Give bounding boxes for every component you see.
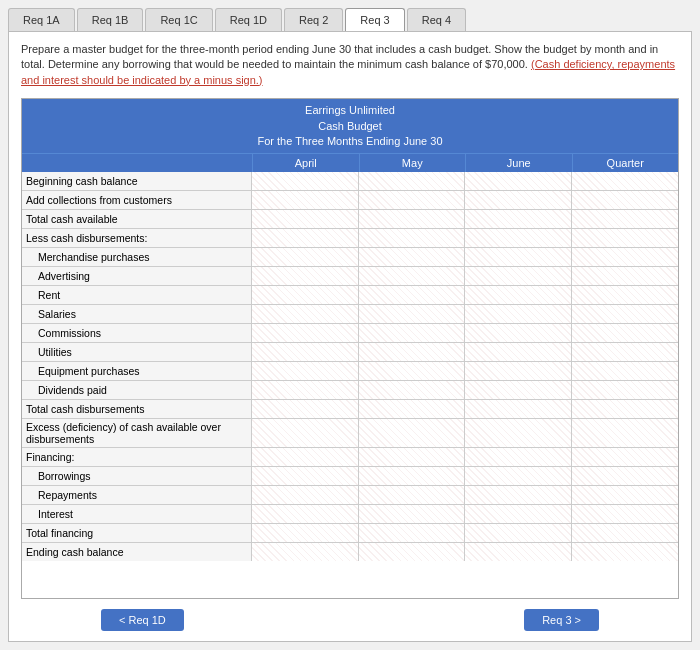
input-cell[interactable] <box>359 305 466 323</box>
row-label: Dividends paid <box>22 381 252 399</box>
input-cell[interactable] <box>465 343 572 361</box>
input-cell[interactable] <box>359 543 466 561</box>
input-cell[interactable] <box>572 448 679 466</box>
forward-button[interactable]: Req 3 > <box>524 609 599 631</box>
input-cell[interactable] <box>252 543 359 561</box>
tab-req1d[interactable]: Req 1D <box>215 8 282 31</box>
tab-req1b[interactable]: Req 1B <box>77 8 144 31</box>
input-cell[interactable] <box>252 524 359 542</box>
input-cell[interactable] <box>465 467 572 485</box>
tab-req4[interactable]: Req 4 <box>407 8 466 31</box>
input-cell[interactable] <box>359 400 466 418</box>
input-cell[interactable] <box>359 419 466 447</box>
input-cell[interactable] <box>359 248 466 266</box>
input-cell[interactable] <box>252 210 359 228</box>
row-label: Merchandise purchases <box>22 248 252 266</box>
input-cell[interactable] <box>465 286 572 304</box>
input-cell[interactable] <box>252 448 359 466</box>
input-cell[interactable] <box>465 448 572 466</box>
input-cell[interactable] <box>572 172 679 190</box>
input-cell[interactable] <box>465 324 572 342</box>
input-cell[interactable] <box>465 543 572 561</box>
input-cell[interactable] <box>359 229 466 247</box>
input-cell[interactable] <box>359 172 466 190</box>
input-cell[interactable] <box>252 191 359 209</box>
input-cell[interactable] <box>572 210 679 228</box>
input-cell[interactable] <box>465 486 572 504</box>
input-cell[interactable] <box>252 324 359 342</box>
input-cell[interactable] <box>252 381 359 399</box>
input-cell[interactable] <box>252 400 359 418</box>
table-row: Total cash disbursements <box>22 400 678 419</box>
input-cell[interactable] <box>359 467 466 485</box>
input-cell[interactable] <box>252 286 359 304</box>
tab-req3[interactable]: Req 3 <box>345 8 404 31</box>
table-row: Financing: <box>22 448 678 467</box>
tab-req1a[interactable]: Req 1A <box>8 8 75 31</box>
input-cell[interactable] <box>572 286 679 304</box>
input-cell[interactable] <box>252 486 359 504</box>
tab-req2[interactable]: Req 2 <box>284 8 343 31</box>
input-cell[interactable] <box>359 191 466 209</box>
back-button[interactable]: < Req 1D <box>101 609 184 631</box>
input-cell[interactable] <box>252 305 359 323</box>
input-cell[interactable] <box>252 419 359 447</box>
input-cell[interactable] <box>572 505 679 523</box>
input-cell[interactable] <box>572 305 679 323</box>
input-cell[interactable] <box>572 543 679 561</box>
input-cell[interactable] <box>572 362 679 380</box>
input-cell[interactable] <box>572 191 679 209</box>
input-cell[interactable] <box>465 505 572 523</box>
input-cell[interactable] <box>572 524 679 542</box>
input-cell[interactable] <box>359 210 466 228</box>
input-cell[interactable] <box>252 172 359 190</box>
input-cell[interactable] <box>359 286 466 304</box>
table-row: Utilities <box>22 343 678 362</box>
input-cell[interactable] <box>465 229 572 247</box>
input-cell[interactable] <box>359 267 466 285</box>
input-cell[interactable] <box>465 210 572 228</box>
input-cell[interactable] <box>572 486 679 504</box>
input-cell[interactable] <box>465 362 572 380</box>
input-cell[interactable] <box>359 524 466 542</box>
input-cell[interactable] <box>572 248 679 266</box>
input-cell[interactable] <box>359 486 466 504</box>
input-cell[interactable] <box>465 267 572 285</box>
input-cell[interactable] <box>572 229 679 247</box>
input-cell[interactable] <box>465 191 572 209</box>
input-cell[interactable] <box>252 248 359 266</box>
input-cell[interactable] <box>359 505 466 523</box>
input-cell[interactable] <box>572 324 679 342</box>
input-cell[interactable] <box>252 467 359 485</box>
input-cell[interactable] <box>572 343 679 361</box>
row-label: Repayments <box>22 486 252 504</box>
col-header-quarter: Quarter <box>572 154 679 172</box>
input-cell[interactable] <box>359 343 466 361</box>
input-cell[interactable] <box>465 400 572 418</box>
table-row: Beginning cash balance <box>22 172 678 191</box>
input-cell[interactable] <box>465 419 572 447</box>
input-cell[interactable] <box>465 248 572 266</box>
input-cell[interactable] <box>252 362 359 380</box>
row-label: Interest <box>22 505 252 523</box>
input-cell[interactable] <box>359 381 466 399</box>
input-cell[interactable] <box>252 267 359 285</box>
input-cell[interactable] <box>465 172 572 190</box>
input-cell[interactable] <box>465 381 572 399</box>
input-cell[interactable] <box>572 381 679 399</box>
tab-req1c[interactable]: Req 1C <box>145 8 212 31</box>
input-cell[interactable] <box>572 467 679 485</box>
input-cell[interactable] <box>359 448 466 466</box>
input-cell[interactable] <box>359 362 466 380</box>
budget-table: Beginning cash balanceAdd collections fr… <box>22 172 678 598</box>
row-label: Commissions <box>22 324 252 342</box>
input-cell[interactable] <box>252 229 359 247</box>
input-cell[interactable] <box>572 419 679 447</box>
input-cell[interactable] <box>572 400 679 418</box>
input-cell[interactable] <box>465 305 572 323</box>
input-cell[interactable] <box>359 324 466 342</box>
input-cell[interactable] <box>252 505 359 523</box>
input-cell[interactable] <box>572 267 679 285</box>
input-cell[interactable] <box>465 524 572 542</box>
input-cell[interactable] <box>252 343 359 361</box>
